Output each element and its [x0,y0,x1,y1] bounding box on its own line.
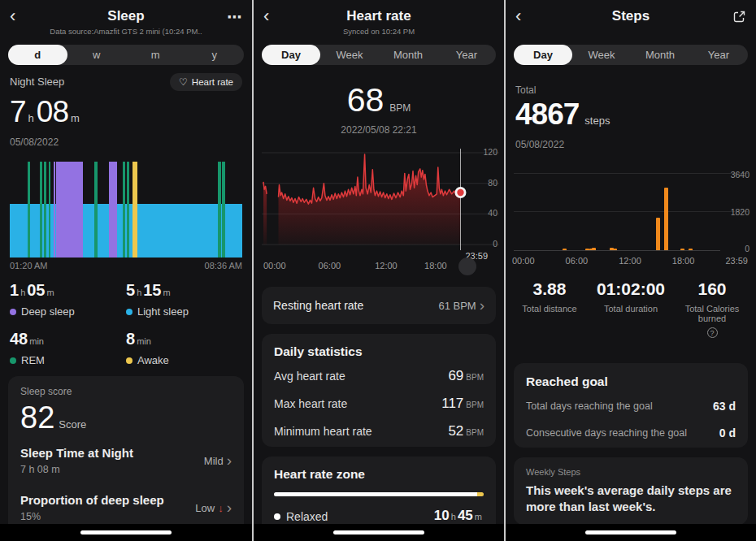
sleep-header: ‹ Sleep Data source:Amazfit GTS 2 mini (… [0,0,252,37]
app: ‹ Sleep Data source:Amazfit GTS 2 mini (… [0,0,756,541]
stat-awake: 8min Awake [126,330,242,366]
sleep-stats-grid: 1h05m Deep sleep 5h15m Light sleep 48min… [10,281,242,366]
tab-day[interactable]: Day [514,45,572,65]
sleep-end-time: 08:36 AM [205,261,242,270]
y-tick-40: 40 [488,208,497,218]
sleep-score-card: Sleep score 82 Score Sleep Time at Night… [8,376,244,541]
steps-bar-chart: 3640 1820 0 [512,162,749,251]
chevron-right-icon: › [227,503,232,513]
y-tick-3640: 3640 [731,170,749,180]
sleep-stages-chart[interactable] [10,162,242,258]
x-tick: 18:00 [672,256,695,266]
tab-year[interactable]: Year [689,45,748,65]
x-tick: 12:00 [619,256,641,266]
current-bpm-block: 68BPM 2022/05/08 22:21 [254,81,504,136]
sleep-score-value: 82 Score [20,400,232,435]
tab-month[interactable]: Month [631,45,689,65]
x-tick: 00:00 [263,261,286,270]
back-icon[interactable]: ‹ [263,8,269,24]
consecutive-days-goal-row: Consecutive days reaching the goal 0 d [526,416,736,443]
y-tick-0: 0 [745,244,749,253]
weekly-steps-text: This week's average daily steps are more… [526,483,736,515]
deep-sleep-dot [10,309,16,315]
total-calories: 160 Total Calories burned ? [671,279,753,339]
home-strip [254,524,504,541]
data-source-subtitle: Data source:Amazfit GTS 2 mini (10:24 PM… [0,27,252,36]
tab-month[interactable]: Month [379,45,437,65]
total-label: Total [515,84,746,96]
total-distance: 3.88 Total distance [509,279,590,339]
heart-rate-badge[interactable]: ♡ Heart rate [170,73,242,91]
weekly-steps-card: Weekly Steps This week's average daily s… [514,457,748,525]
light-sleep-dot [126,309,133,315]
steps-date: 05/08/2022 [515,139,746,150]
y-tick-120: 120 [483,147,497,157]
chart-scrubber-handle[interactable] [458,258,476,275]
total-duration: 01:02:00 Total duration [590,279,671,339]
weekly-steps-label: Weekly Steps [526,467,736,477]
x-tick: 06:00 [319,261,341,270]
heart-rate-screen: ‹ Heart rate Synced on 10:24 PM Day Week… [252,0,504,541]
tab-year[interactable]: Year [437,45,496,65]
heart-rate-x-axis: 00:00 06:00 12:00 18:00 23:59 [262,253,497,277]
sleep-screen: ‹ Sleep Data source:Amazfit GTS 2 mini (… [0,0,252,541]
bpm-unit: BPM [389,102,411,114]
row-deep-sleep-proportion[interactable]: Proportion of deep sleep15% Low↓› [20,483,232,530]
y-tick-0: 0 [493,239,497,249]
y-tick-80: 80 [488,178,497,188]
daily-statistics-card: Daily statistics Avg heart rate 69BPM Ma… [262,334,496,447]
tab-week[interactable]: Week [320,45,379,65]
x-tick: 12:00 [375,261,398,270]
page-title: Sleep [0,8,252,24]
resting-heart-rate-row[interactable]: Resting heart rate 61 BPM› [262,287,496,324]
x-tick: 23:59 [725,256,748,266]
sleep-date: 05/08/2022 [10,136,242,148]
steps-x-axis: 00:00 06:00 12:00 18:00 23:59 [512,256,748,266]
total-days-goal-row: Total days reaching the goal 63 d [526,389,736,416]
page-title: Steps [506,8,756,24]
tab-month[interactable]: m [126,45,185,65]
x-tick: 06:00 [566,256,589,266]
tab-year[interactable]: y [185,45,245,65]
home-indicator [585,530,676,535]
heart-rate-header: ‹ Heart rate Synced on 10:24 PM [254,0,504,37]
max-heart-rate-row: Max heart rate 117BPM [274,387,484,414]
more-menu-icon[interactable]: ⋯ [227,8,242,26]
heart-rate-line-chart [262,149,499,251]
rem-dot [10,357,16,364]
section-label: Night Sleep [10,76,64,88]
page-title: Heart rate [254,8,504,24]
sleep-duration-value: 7h08m [10,95,242,129]
reached-goal-card: Reached goal Total days reaching the goa… [514,363,748,448]
avg-heart-rate-row: Avg heart rate 69BPM [274,359,484,387]
heart-icon: ♡ [179,76,188,88]
daily-statistics-title: Daily statistics [274,344,484,359]
period-tabs: Day Week Month Year [262,45,496,65]
sleep-score-label: Sleep score [20,386,232,397]
home-indicator [333,530,424,535]
share-icon[interactable] [732,10,746,27]
awake-dot [126,357,133,364]
tab-week[interactable]: Week [572,45,631,65]
tab-day[interactable]: Day [262,45,320,65]
y-tick-1820: 1820 [731,207,749,217]
down-arrow-icon: ↓ [218,502,224,514]
period-tabs: d w m y [8,45,244,65]
back-icon[interactable]: ‹ [515,8,521,24]
synced-subtitle: Synced on 10:24 PM [254,27,504,36]
tab-week[interactable]: w [67,45,127,65]
back-icon[interactable]: ‹ [10,8,15,24]
stat-light-sleep: 5h15m Light sleep [126,281,242,318]
x-tick: 18:00 [424,261,447,270]
resting-heart-rate-card: Resting heart rate 61 BPM› [262,287,496,324]
reached-goal-title: Reached goal [526,374,736,389]
help-icon[interactable]: ? [707,327,718,338]
period-tabs: Day Week Month Year [514,45,748,65]
steps-bars-area [514,168,720,251]
heart-rate-badge-label: Heart rate [192,77,233,87]
tab-day[interactable]: d [8,45,67,65]
chevron-right-icon: › [227,456,232,465]
heart-rate-chart[interactable]: 120 80 40 0 [262,149,497,251]
row-sleep-time-at-night[interactable]: Sleep Time at Night7 h 08 m Mild› [20,435,232,483]
relaxed-dot [274,513,280,520]
